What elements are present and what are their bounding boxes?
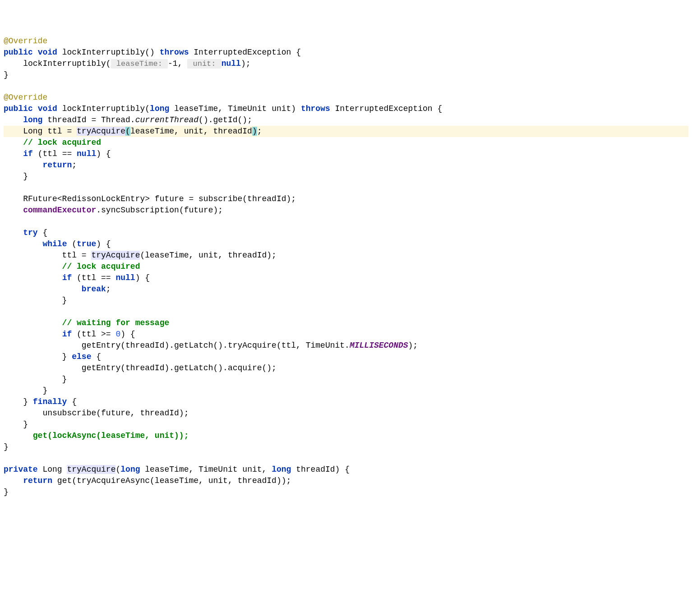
code-line — [4, 216, 688, 227]
param-hint: leaseTime: — [111, 59, 168, 69]
code-line: if (ttl == null) { — [4, 148, 688, 160]
code-line — [4, 453, 688, 464]
code-line: } — [4, 69, 688, 81]
code-line: return; — [4, 160, 688, 171]
code-line: public void lockInterruptibly(long lease… — [4, 103, 688, 115]
code-line: } — [4, 441, 688, 453]
code-line: break; — [4, 284, 688, 295]
code-line: ttl = tryAcquire(leaseTime, unit, thread… — [4, 250, 688, 261]
code-editor[interactable]: @Overridepublic void lockInterruptibly()… — [4, 36, 688, 498]
commented-code: get(lockAsync(leaseTime, unit)); — [4, 431, 189, 440]
code-line: RFuture<RedissonLockEntry> future = subs… — [4, 193, 688, 205]
code-line: getEntry(threadId).getLatch().tryAcquire… — [4, 340, 688, 351]
code-line — [4, 81, 688, 92]
code-line: get(lockAsync(leaseTime, unit)); — [4, 430, 688, 441]
code-line: } — [4, 385, 688, 396]
occurrence-highlight: tryAcquire — [77, 127, 125, 136]
code-line: public void lockInterruptibly() throws I… — [4, 47, 688, 58]
paren-match: ) — [252, 127, 257, 136]
code-line: if (ttl >= 0) { — [4, 329, 688, 340]
code-line: @Override — [4, 92, 688, 103]
code-line: try { — [4, 227, 688, 239]
code-line: private Long tryAcquire(long leaseTime, … — [4, 464, 688, 475]
code-line: while (true) { — [4, 239, 688, 250]
highlighted-line: Long ttl = tryAcquire(leaseTime, unit, t… — [4, 126, 688, 137]
code-line: } — [4, 419, 688, 430]
code-line: // lock acquired — [4, 261, 688, 272]
annotation: @Override — [4, 37, 47, 46]
code-line: } — [4, 487, 688, 498]
code-line — [4, 182, 688, 193]
static-field: MILLISECONDS — [350, 341, 408, 350]
paren-match: ( — [125, 127, 130, 136]
code-line: commandExecutor.syncSubscription(future)… — [4, 205, 688, 216]
annotation: @Override — [4, 93, 47, 102]
param-hint: unit: — [187, 59, 221, 69]
code-line: } finally { — [4, 396, 688, 408]
code-line: } — [4, 374, 688, 385]
comment: // lock acquired — [4, 138, 101, 147]
code-line: lockInterruptibly( leaseTime: -1, unit: … — [4, 58, 688, 69]
code-line: // waiting for message — [4, 317, 688, 329]
code-line: unsubscribe(future, threadId); — [4, 408, 688, 419]
code-line: } — [4, 295, 688, 306]
code-line: long threadId = Thread.currentThread().g… — [4, 115, 688, 126]
occurrence-highlight: tryAcquire — [91, 251, 140, 260]
code-line: @Override — [4, 36, 688, 47]
comment: // waiting for message — [4, 318, 169, 327]
code-line — [4, 306, 688, 317]
code-line: getEntry(threadId).getLatch().acquire(); — [4, 363, 688, 374]
code-line: } — [4, 171, 688, 182]
comment: // lock acquired — [4, 262, 140, 271]
occurrence-highlight: tryAcquire — [67, 465, 115, 474]
field-reference: commandExecutor — [23, 206, 96, 215]
code-line: // lock acquired — [4, 137, 688, 148]
code-line: return get(tryAcquireAsync(leaseTime, un… — [4, 475, 688, 487]
code-line: } else { — [4, 351, 688, 363]
code-line: if (ttl == null) { — [4, 272, 688, 284]
